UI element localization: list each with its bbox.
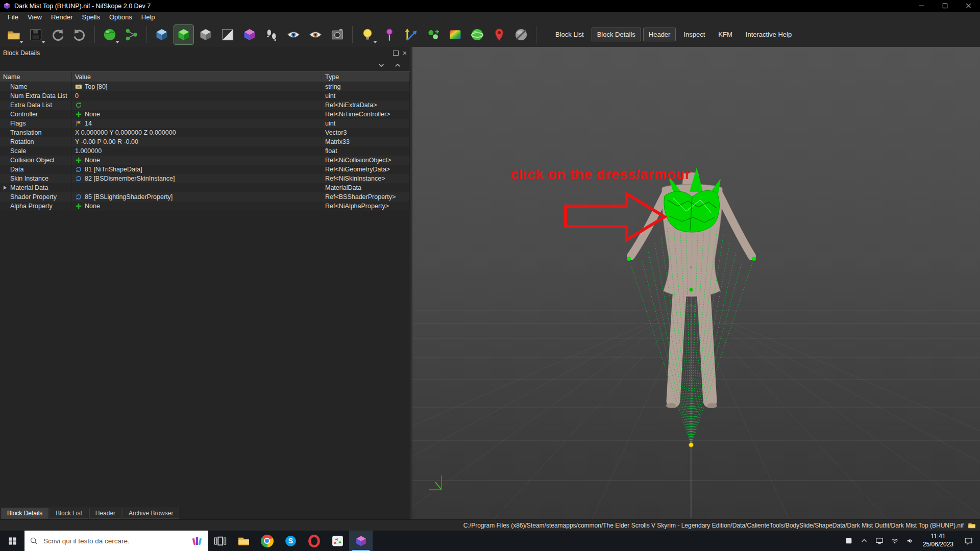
show-axes-icon[interactable] (402, 25, 421, 44)
skype-icon[interactable]: S (279, 531, 302, 551)
show-markers-icon[interactable] (468, 25, 487, 44)
column-header-name[interactable]: Name (0, 72, 72, 82)
render-textured-cube-icon[interactable] (240, 25, 259, 44)
opera-icon[interactable] (302, 531, 326, 551)
view-eye-alt-icon[interactable] (306, 25, 325, 44)
render-wireframe-cube-icon[interactable] (152, 25, 172, 44)
table-row[interactable]: Flags14uint (0, 119, 410, 128)
render-flat-cube-icon[interactable] (196, 25, 215, 44)
file-explorer-icon[interactable] (232, 531, 255, 551)
show-nodes-icon[interactable] (122, 25, 141, 44)
expand-arrow-icon[interactable] (3, 186, 7, 190)
media-app-icon[interactable] (326, 531, 349, 551)
table-row[interactable]: Alpha PropertyNoneRef<NiAlphaProperty> (0, 202, 410, 211)
chrome-icon[interactable] (255, 531, 279, 551)
row-value[interactable]: None (72, 202, 322, 211)
next-block-chevron-icon[interactable] (391, 61, 404, 70)
table-row[interactable]: Shader Property85 [BSLightingShaderPrope… (0, 192, 410, 202)
nifskope-app-icon[interactable] (349, 531, 373, 551)
animation-footprints-icon[interactable] (262, 25, 281, 44)
menu-render[interactable]: Render (46, 13, 78, 21)
hide-hidden-icon[interactable] (511, 25, 531, 44)
row-value[interactable]: 82 [BSDismemberSkinInstance] (72, 174, 322, 183)
viewport-3d[interactable]: click on the dress/armour (412, 47, 980, 520)
row-value[interactable]: 14 (72, 119, 322, 128)
menu-spells[interactable]: Spells (78, 13, 105, 21)
menu-options[interactable]: Options (105, 13, 137, 21)
row-value[interactable] (72, 101, 322, 110)
table-row[interactable]: RotationY -0.00 P 0.00 R -0.00Matrix33 (0, 137, 410, 146)
menu-file[interactable]: File (3, 13, 23, 21)
tray-chevron-up-icon[interactable] (856, 531, 872, 551)
open-file-icon[interactable] (4, 25, 23, 44)
toolbar-button-inspect[interactable]: Inspect (678, 28, 710, 41)
row-value[interactable]: 1.000000 (72, 146, 322, 156)
taskbar-search[interactable] (24, 531, 208, 551)
table-row[interactable]: Material DataMaterialData (0, 183, 410, 192)
tray-network-icon[interactable] (887, 531, 902, 551)
render-doublesided-icon[interactable] (218, 25, 237, 44)
location-pin-icon[interactable] (489, 25, 509, 44)
row-value[interactable] (72, 183, 322, 192)
menu-help[interactable]: Help (137, 13, 160, 21)
vertex-colors-icon[interactable] (424, 25, 443, 44)
table-row[interactable]: NametxtTop [80]string (0, 82, 410, 91)
toolbar-button-interactive-help[interactable]: Interactive Help (740, 28, 797, 41)
dropdown-caret-icon[interactable] (19, 41, 23, 43)
vertex-pin-icon[interactable] (380, 25, 399, 44)
table-row[interactable]: Skin Instance82 [BSDismemberSkinInstance… (0, 174, 410, 183)
dock-float-button[interactable] (393, 51, 399, 56)
lighting-bulb-icon[interactable] (358, 25, 377, 44)
table-row[interactable]: ControllerNoneRef<NiTimeController> (0, 110, 410, 119)
dropdown-caret-icon[interactable] (115, 41, 119, 43)
toolbar-button-block-list[interactable]: Block List (550, 28, 590, 41)
menu-view[interactable]: View (23, 13, 46, 21)
dropdown-caret-icon[interactable] (41, 41, 45, 43)
dock-close-button[interactable]: × (403, 49, 407, 57)
tray-display-icon[interactable] (872, 531, 887, 551)
tray-clock[interactable]: 11:41 25/06/2023 (919, 533, 958, 548)
table-row[interactable]: Scale1.000000float (0, 146, 410, 156)
search-highlights-icon[interactable] (191, 535, 203, 547)
table-row[interactable]: Data81 [NiTriShapeData]Ref<NiGeometryDat… (0, 165, 410, 174)
table-row[interactable]: Num Extra Data List0uint (0, 91, 410, 101)
toolbar-button-header[interactable]: Header (643, 28, 676, 41)
render-solid-cube-icon[interactable] (174, 25, 193, 44)
toolbar-button-block-details[interactable]: Block Details (592, 28, 641, 41)
row-value[interactable]: 0 (72, 91, 322, 101)
tray-app-icon[interactable] (841, 531, 856, 551)
tab-block-details[interactable]: Block Details (1, 508, 48, 519)
save-file-icon[interactable] (26, 25, 45, 44)
close-button[interactable] (957, 0, 980, 12)
tab-header[interactable]: Header (89, 508, 121, 519)
toolbar-button-kfm[interactable]: KFM (713, 28, 738, 41)
row-value[interactable]: 85 [BSLightingShaderProperty] (72, 192, 322, 202)
notification-icon[interactable] (959, 531, 978, 551)
undo-icon[interactable] (48, 25, 67, 44)
column-header-type[interactable]: Type (322, 72, 410, 82)
screenshot-camera-icon[interactable] (328, 25, 347, 44)
row-value[interactable]: None (72, 110, 322, 119)
tab-archive-browser[interactable]: Archive Browser (122, 508, 179, 519)
task-view-icon[interactable] (208, 531, 232, 551)
minimize-button[interactable] (910, 0, 933, 12)
show-avatar-icon[interactable] (100, 25, 119, 44)
row-value[interactable]: Y -0.00 P 0.00 R -0.00 (72, 137, 322, 146)
row-value[interactable]: txtTop [80] (72, 82, 322, 91)
maximize-button[interactable] (933, 0, 957, 12)
texture-gradient-icon[interactable] (446, 25, 465, 44)
view-eye-icon[interactable] (284, 25, 303, 44)
start-button[interactable] (0, 531, 24, 551)
table-row[interactable]: TranslationX 0.000000 Y 0.000000 Z 0.000… (0, 128, 410, 137)
row-value[interactable]: None (72, 156, 322, 165)
table-row[interactable]: Collision ObjectNoneRef<NiCollisionObjec… (0, 156, 410, 165)
prev-block-chevron-icon[interactable] (375, 61, 387, 70)
table-row[interactable]: Extra Data ListRef<NiExtraData> (0, 101, 410, 110)
search-input[interactable] (42, 537, 187, 545)
column-header-value[interactable]: Value (72, 72, 322, 82)
row-value[interactable]: X 0.000000 Y 0.000000 Z 0.000000 (72, 128, 322, 137)
tray-volume-icon[interactable] (902, 531, 918, 551)
dropdown-caret-icon[interactable] (373, 41, 377, 43)
viewport-canvas[interactable] (412, 47, 980, 520)
status-folder-icon[interactable] (967, 521, 976, 530)
